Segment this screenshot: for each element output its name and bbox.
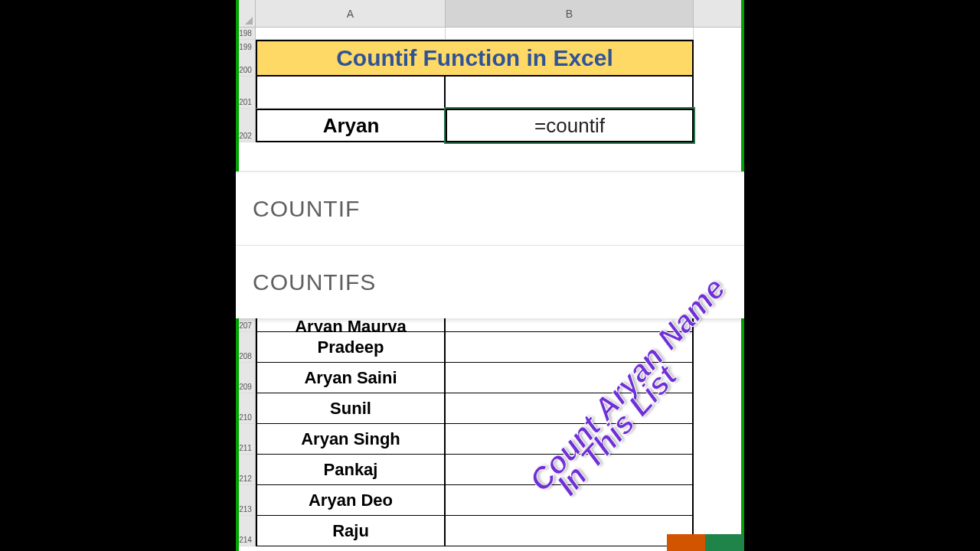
column-header-row: A B [236,0,744,28]
cell[interactable] [446,77,694,109]
row-num: 199 [239,43,252,51]
name-cell[interactable]: Pradeep [256,332,446,363]
cell[interactable] [446,28,694,40]
formula-row: 202 Aryan =countif [236,109,744,142]
cell[interactable] [256,77,446,109]
name-cell[interactable]: Pankaj [256,455,446,485]
cell[interactable] [446,424,694,455]
cell[interactable] [446,363,694,393]
title-row: 199 200 Countif Function in Excel [236,40,744,77]
name-cell[interactable]: Aryan Singh [256,424,446,455]
formula-autocomplete: COUNTIF COUNTIFS [236,171,744,318]
data-rows: 207 Aryan Maurya 208 Pradeep 209 Aryan S… [236,317,744,546]
cell[interactable] [446,332,694,363]
autocomplete-item-countif[interactable]: COUNTIF [236,171,744,245]
corner-badge [667,534,743,551]
cell[interactable] [446,393,694,424]
name-cell[interactable]: Sunil [256,393,446,424]
title-cell[interactable]: Countif Function in Excel [256,40,694,77]
cell[interactable] [446,485,694,516]
badge-orange [667,534,705,551]
spreadsheet-viewport: A B 198 199 200 Countif Function in Exce… [236,0,744,551]
cell[interactable] [446,317,694,332]
name-cell[interactable]: Raju [256,516,446,546]
cell[interactable] [446,455,694,485]
table-row: 208 Pradeep [236,332,744,363]
table-row: 211 Aryan Singh [236,424,744,455]
table-row: 213 Aryan Deo [236,485,744,516]
table-row: 209 Aryan Saini [236,363,744,393]
grid-row: 201 [236,77,744,109]
badge-green [705,534,743,551]
formula-cell[interactable]: =countif [446,109,694,142]
name-cell[interactable]: Aryan Maurya [256,317,446,332]
column-header-a[interactable]: A [256,0,446,27]
grid-row: 198 [236,28,744,40]
name-cell[interactable]: Aryan Saini [256,363,446,393]
name-cell[interactable]: Aryan Deo [256,485,446,516]
criteria-cell[interactable]: Aryan [256,109,446,142]
autocomplete-item-countifs[interactable]: COUNTIFS [236,245,744,318]
cell[interactable] [256,28,446,40]
row-num: 200 [239,66,252,74]
table-row: 212 Pankaj [236,455,744,485]
table-row: 210 Sunil [236,393,744,424]
grid-area: 198 199 200 Countif Function in Excel 20… [236,28,744,142]
cell[interactable] [446,516,694,546]
table-row: 207 Aryan Maurya [236,317,744,332]
column-header-b[interactable]: B [446,0,694,27]
